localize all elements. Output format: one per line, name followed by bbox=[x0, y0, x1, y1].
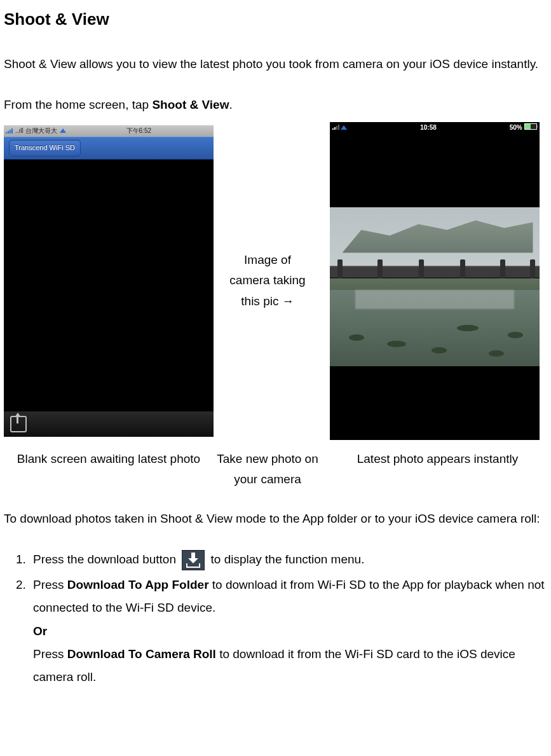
step2-bold2: Download To Camera Roll bbox=[67, 647, 216, 661]
bridge-photo bbox=[330, 207, 540, 366]
status-bar: ..ıll 台灣大哥大 下午6:52 bbox=[4, 125, 214, 137]
page-title: Shoot & View bbox=[4, 4, 547, 35]
step1-text-a: Press the download button bbox=[33, 553, 179, 566]
nav-bar: Transcend WiFi SD bbox=[4, 137, 214, 160]
carrier-text: ..ıll 台灣大哥大 bbox=[15, 125, 57, 137]
middle-note-line: camera taking bbox=[229, 273, 305, 287]
battery-text: 50% bbox=[510, 124, 522, 131]
download-icon bbox=[182, 550, 205, 570]
wifi-icon bbox=[341, 125, 347, 130]
caption-right: Latest photo appears instantly bbox=[322, 449, 547, 490]
download-intro: To download photos taken in Shoot & View… bbox=[4, 507, 547, 530]
caption-mid: Take new photo on your camera bbox=[214, 449, 322, 490]
step2-text-c: Press bbox=[33, 647, 67, 661]
photo-area-blank bbox=[4, 160, 214, 411]
step-2: Press Download To App Folder to download… bbox=[29, 574, 547, 688]
middle-note: Image of camera taking this pic → bbox=[214, 250, 322, 312]
instruction-bold: Shoot & View bbox=[152, 98, 229, 111]
step1-text-b: to display the function menu. bbox=[207, 553, 364, 566]
middle-note-line: this pic → bbox=[241, 294, 294, 308]
intro-text: Shoot & View allows you to view the late… bbox=[4, 53, 547, 76]
signal-icon bbox=[6, 128, 13, 134]
instruction-text: From the home screen, tap Shoot & View. bbox=[4, 93, 547, 116]
toolbar bbox=[4, 411, 214, 437]
step2-bold1: Download To App Folder bbox=[67, 578, 209, 591]
battery-icon bbox=[524, 123, 537, 130]
signal-icon bbox=[332, 125, 339, 130]
captions-row: Blank screen awaiting latest photo Take … bbox=[4, 449, 547, 490]
wifi-icon bbox=[60, 128, 66, 133]
status-time: 下午6:52 bbox=[126, 125, 151, 137]
instruction-pre: From the home screen, tap bbox=[4, 98, 152, 111]
middle-note-line: Image of bbox=[244, 253, 291, 266]
status-bar: 10:58 50% bbox=[330, 122, 540, 134]
back-button[interactable]: Transcend WiFi SD bbox=[9, 140, 81, 156]
photo-area bbox=[330, 134, 540, 440]
steps-list: Press the download button to display the… bbox=[4, 548, 547, 689]
status-time: 10:58 bbox=[420, 121, 437, 134]
step2-text-a: Press bbox=[33, 578, 67, 591]
screenshot-photo: 10:58 50% bbox=[330, 122, 540, 440]
step2-or: Or bbox=[33, 624, 47, 638]
caption-left: Blank screen awaiting latest photo bbox=[4, 449, 214, 490]
screenshot-row: ..ıll 台灣大哥大 下午6:52 Transcend WiFi SD Ima… bbox=[4, 122, 547, 440]
share-icon[interactable] bbox=[10, 416, 27, 432]
step-1: Press the download button to display the… bbox=[29, 548, 547, 571]
screenshot-blank: ..ıll 台灣大哥大 下午6:52 Transcend WiFi SD bbox=[4, 125, 214, 437]
